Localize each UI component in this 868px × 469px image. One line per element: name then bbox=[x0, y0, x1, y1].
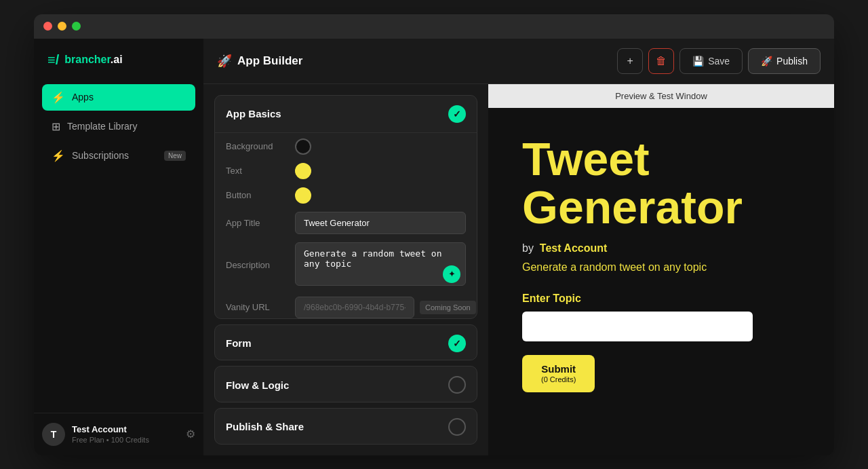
flow-logic-check bbox=[448, 376, 466, 394]
app-basics-section: App Basics ✓ Background Text bbox=[214, 95, 477, 319]
preview-panel: Preview & Test Window Tweet Generator by… bbox=[488, 84, 834, 455]
user-plan: Free Plan • 100 Credits bbox=[72, 436, 179, 444]
add-button[interactable]: + bbox=[617, 48, 643, 74]
close-button[interactable] bbox=[43, 22, 52, 31]
app-title-label: App Title bbox=[226, 218, 287, 228]
vanity-url-wrapper: Coming Soon bbox=[295, 297, 476, 318]
app-header: 🚀 App Builder + 🗑 💾 Save 🚀 bbox=[203, 39, 834, 84]
sidebar-item-apps[interactable]: ⚡ Apps bbox=[42, 84, 195, 111]
preview-credits-label: (0 Credits) bbox=[541, 375, 576, 384]
preview-author: Test Account bbox=[540, 242, 608, 254]
preview-desc: Generate a random tweet on any topic bbox=[522, 261, 800, 274]
form-check: ✓ bbox=[448, 335, 466, 352]
publish-share-header[interactable]: Publish & Share bbox=[215, 409, 477, 445]
apps-icon: ⚡ bbox=[52, 91, 65, 104]
app-title-input[interactable] bbox=[295, 212, 466, 234]
publish-share-section: Publish & Share bbox=[214, 408, 477, 445]
subscriptions-icon: ⚡ bbox=[52, 149, 65, 162]
background-label: Background bbox=[226, 141, 287, 151]
sidebar-item-subscriptions-label: Subscriptions bbox=[72, 150, 129, 161]
user-info: Test Account Free Plan • 100 Credits bbox=[72, 424, 179, 444]
logo-area: ≡/ brancher.ai bbox=[34, 39, 203, 84]
new-badge: New bbox=[164, 151, 186, 161]
ai-assist-button[interactable]: ✦ bbox=[443, 265, 460, 283]
flow-logic-header[interactable]: Flow & Logic bbox=[215, 367, 477, 402]
vanity-url-input[interactable] bbox=[295, 297, 414, 318]
description-textarea[interactable]: Generate a random tweet on any topic bbox=[295, 242, 466, 286]
header-actions: + 🗑 💾 Save 🚀 Publish bbox=[617, 48, 821, 74]
flow-logic-title: Flow & Logic bbox=[226, 379, 289, 391]
description-label: Description bbox=[226, 260, 287, 270]
publish-icon: 🚀 bbox=[761, 56, 772, 67]
content-row: App Basics ✓ Background Text bbox=[203, 84, 834, 455]
description-row: Description Generate a random tweet on a… bbox=[226, 242, 466, 288]
background-color-swatch[interactable] bbox=[295, 138, 311, 155]
publish-share-title: Publish & Share bbox=[226, 421, 304, 432]
preview-app-title: Tweet Generator bbox=[522, 135, 800, 232]
nav-items: ⚡ Apps ⊞ Template Library ⚡ Subscription… bbox=[34, 84, 203, 413]
background-row: Background bbox=[226, 138, 466, 155]
preview-by: by Test Account bbox=[522, 242, 800, 255]
app-basics-header[interactable]: App Basics ✓ bbox=[215, 96, 477, 132]
sidebar-footer: T Test Account Free Plan • 100 Credits ⚙ bbox=[34, 413, 203, 455]
avatar: T bbox=[42, 423, 65, 446]
publish-button[interactable]: 🚀 Publish bbox=[748, 48, 821, 74]
user-name: Test Account bbox=[72, 424, 179, 434]
sidebar: ≡/ brancher.ai ⚡ Apps ⊞ Template Library… bbox=[34, 39, 203, 455]
button-color-row: Button bbox=[226, 187, 466, 204]
app-builder-icon: 🚀 bbox=[217, 54, 232, 69]
form-section: Form ✓ bbox=[214, 324, 477, 361]
text-color-row: Text bbox=[226, 163, 466, 179]
app-title-row: App Title bbox=[226, 212, 466, 234]
flow-logic-section: Flow & Logic bbox=[214, 366, 477, 402]
button-label: Button bbox=[226, 190, 287, 200]
sidebar-item-template-label: Template Library bbox=[67, 121, 138, 132]
sidebar-item-subscriptions[interactable]: ⚡ Subscriptions New bbox=[42, 143, 195, 169]
preview-submit-label: Submit bbox=[541, 363, 576, 375]
template-library-icon: ⊞ bbox=[52, 120, 60, 133]
add-icon: + bbox=[627, 55, 633, 67]
preview-body: Tweet Generator by Test Account Generate… bbox=[488, 108, 834, 455]
save-label: Save bbox=[708, 56, 730, 67]
logo-icon: ≡/ bbox=[47, 52, 59, 68]
form-header[interactable]: Form ✓ bbox=[215, 325, 477, 361]
button-color-swatch[interactable] bbox=[295, 187, 311, 204]
app-basics-title: App Basics bbox=[226, 108, 281, 119]
save-button[interactable]: 💾 Save bbox=[679, 48, 743, 74]
publish-label: Publish bbox=[776, 56, 808, 67]
form-title: Form bbox=[226, 337, 252, 349]
left-panel: App Basics ✓ Background Text bbox=[203, 84, 488, 455]
preview-submit-button[interactable]: Submit (0 Credits) bbox=[522, 355, 595, 392]
logo-text: brancher.ai bbox=[64, 54, 122, 66]
settings-button[interactable]: ⚙ bbox=[186, 428, 195, 440]
trash-icon: 🗑 bbox=[656, 55, 667, 67]
sidebar-item-apps-label: Apps bbox=[72, 92, 94, 102]
title-bar bbox=[34, 14, 834, 39]
page-title: App Builder bbox=[237, 54, 302, 68]
minimize-button[interactable] bbox=[58, 22, 66, 31]
main-area: 🚀 App Builder + 🗑 💾 Save 🚀 bbox=[203, 39, 834, 455]
preview-header: Preview & Test Window bbox=[488, 84, 834, 108]
coming-soon-badge: Coming Soon bbox=[420, 301, 476, 314]
sidebar-item-template-library[interactable]: ⊞ Template Library bbox=[42, 113, 195, 140]
text-label: Text bbox=[226, 166, 287, 176]
header-title: 🚀 App Builder bbox=[217, 54, 617, 69]
preview-topic-input[interactable] bbox=[522, 312, 753, 341]
delete-button[interactable]: 🗑 bbox=[648, 48, 674, 74]
app-basics-content: Background Text Button bbox=[215, 132, 477, 319]
vanity-url-row: Vanity URL Coming Soon bbox=[226, 297, 466, 318]
save-icon: 💾 bbox=[692, 56, 704, 67]
publish-share-check bbox=[448, 418, 466, 436]
text-color-swatch[interactable] bbox=[295, 163, 311, 179]
app-basics-check: ✓ bbox=[448, 105, 466, 123]
vanity-url-label: Vanity URL bbox=[226, 302, 287, 312]
description-wrapper: Generate a random tweet on any topic ✦ bbox=[295, 242, 466, 288]
preview-header-label: Preview & Test Window bbox=[615, 91, 707, 101]
maximize-button[interactable] bbox=[72, 22, 81, 31]
preview-field-label: Enter Topic bbox=[522, 293, 800, 305]
